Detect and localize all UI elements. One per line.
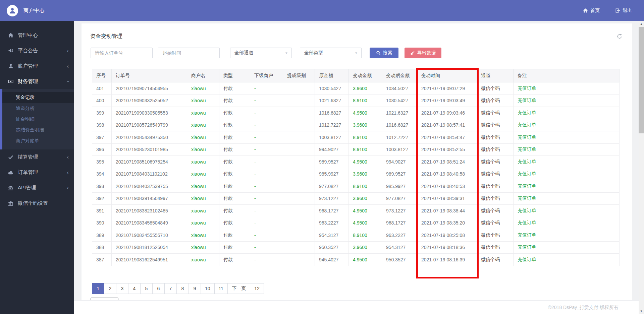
order-no-input[interactable] bbox=[91, 48, 153, 58]
home-link[interactable]: 首页 bbox=[583, 8, 600, 14]
table-row: 39420210719084031102102xiaowu付款-985.9927… bbox=[92, 168, 620, 180]
table-cell bbox=[283, 241, 315, 254]
table-cell: 2021-07-19 08:16:39 bbox=[417, 254, 477, 266]
avatar bbox=[7, 5, 18, 16]
sidebar-subitem-1[interactable]: 通道分析 bbox=[2, 103, 74, 114]
table-cell: 20210719084031102102 bbox=[112, 168, 187, 180]
scroll-up-arrow-icon[interactable]: ▲ bbox=[639, 21, 644, 27]
next-page-button[interactable]: 下一页 bbox=[227, 283, 250, 294]
logout-link[interactable]: 退出 bbox=[615, 8, 632, 14]
table-cell: 3.9600 bbox=[349, 119, 382, 131]
table-cell bbox=[283, 131, 315, 144]
table-cell: 付款 bbox=[219, 82, 250, 95]
column-header: 原金额 bbox=[315, 69, 349, 82]
table-cell: 充值订单 bbox=[514, 229, 620, 242]
table-cell: 954.3127 bbox=[382, 241, 417, 254]
table-cell: 充值订单 bbox=[514, 254, 620, 266]
content-panel: 资金变动管理 全部通道 ▼ 全部类型 ▼ 搜索 导出数据 序号订单号商户名类型下… bbox=[82, 23, 632, 300]
table-cell bbox=[283, 229, 315, 242]
table-cell: xiaowu bbox=[187, 143, 219, 156]
bank-icon bbox=[8, 185, 13, 191]
sidebar-item-0[interactable]: 管理中心 bbox=[0, 27, 74, 43]
table-cell: 8.9100 bbox=[349, 229, 382, 242]
table-cell: 4.9500 bbox=[349, 254, 382, 266]
table-cell: 充值订单 bbox=[514, 205, 620, 217]
table-row: 38820210719081812525054xiaowu付款-950.3527… bbox=[92, 241, 620, 254]
type-select-value: 全部类型 bbox=[304, 50, 323, 56]
table-cell: 1012.7227 bbox=[382, 131, 417, 144]
sidebar-item-6[interactable]: API管理‹ bbox=[0, 180, 74, 196]
page-title: 资金变动管理 bbox=[90, 33, 122, 40]
sidebar-item-label: 账户管理 bbox=[18, 63, 38, 69]
table-row: 39620210719085230101985xiaowu付款-994.9027… bbox=[92, 143, 620, 156]
page-button-11[interactable]: 11 bbox=[214, 283, 228, 294]
sidebar-subitem-0[interactable]: 资金记录 bbox=[2, 92, 74, 103]
table-cell: 1034.5027 bbox=[382, 82, 417, 95]
table-cell: 20210719081622549951 bbox=[112, 254, 187, 266]
table-cell: - bbox=[250, 168, 283, 180]
scroll-down-arrow-icon[interactable]: ▼ bbox=[639, 308, 644, 314]
page-size-select[interactable] bbox=[91, 298, 118, 300]
column-header: 提成级别 bbox=[283, 69, 315, 82]
table-cell: xiaowu bbox=[187, 82, 219, 95]
chevron-down-icon: ▼ bbox=[285, 52, 288, 55]
page-button-7[interactable]: 7 bbox=[164, 283, 177, 294]
sidebar-item-3[interactable]: 财务管理‹ bbox=[0, 74, 74, 89]
sidebar-subitem-4[interactable]: 商户对账单 bbox=[2, 136, 74, 146]
funds-table: 序号订单号商户名类型下级商户提成级别原金额变动金额变动后金额变动时间通道备注40… bbox=[92, 69, 620, 266]
table-cell: 付款 bbox=[219, 107, 250, 119]
page-button-5[interactable]: 5 bbox=[140, 283, 153, 294]
table-row: 39020210719083458504849xiaowu付款-963.2227… bbox=[92, 217, 620, 229]
table-cell: 付款 bbox=[219, 168, 250, 180]
column-header: 变动金额 bbox=[349, 69, 382, 82]
channel-select[interactable]: 全部通道 ▼ bbox=[230, 48, 292, 58]
chevron-left-icon: ‹ bbox=[67, 185, 69, 191]
search-button[interactable]: 搜索 bbox=[370, 48, 398, 58]
table-cell bbox=[283, 168, 315, 180]
refresh-icon[interactable] bbox=[616, 34, 623, 40]
table-row: 38720210719081622549951xiaowu付款-945.4027… bbox=[92, 254, 620, 266]
page-button-10[interactable]: 10 bbox=[201, 283, 215, 294]
column-header: 备注 bbox=[514, 69, 620, 82]
scrollbar[interactable]: ▲ ▼ bbox=[639, 21, 644, 314]
table-cell: 393 bbox=[92, 180, 112, 193]
export-button[interactable]: 导出数据 bbox=[405, 48, 441, 58]
page-button-3[interactable]: 3 bbox=[116, 283, 128, 294]
table-cell: 989.9527 bbox=[315, 156, 349, 168]
table-cell bbox=[283, 143, 315, 156]
main-content: 资金变动管理 全部通道 ▼ 全部类型 ▼ 搜索 导出数据 序号订单号商户名类型下… bbox=[74, 21, 639, 314]
table-cell: - bbox=[250, 217, 283, 229]
table-cell: 充值订单 bbox=[514, 95, 620, 107]
page-button-6[interactable]: 6 bbox=[152, 283, 165, 294]
sidebar-item-label: 微信个码设置 bbox=[18, 200, 48, 206]
table-cell: 2021-07-19 08:57:41 bbox=[417, 119, 477, 131]
logout-icon bbox=[615, 8, 620, 13]
sidebar-item-5[interactable]: 订单管理‹ bbox=[0, 165, 74, 180]
page-button-1[interactable]: 1 bbox=[92, 283, 104, 294]
page-button-4[interactable]: 4 bbox=[128, 283, 141, 294]
start-time-input[interactable] bbox=[158, 48, 220, 58]
page-button-9[interactable]: 9 bbox=[189, 283, 201, 294]
sidebar-item-2[interactable]: 账户管理‹ bbox=[0, 58, 74, 74]
sidebar-subitem-3[interactable]: 冻结资金明细 bbox=[2, 125, 74, 135]
sidebar-item-4[interactable]: 结算管理‹ bbox=[0, 149, 74, 165]
table-cell: 2021-07-19 08:40:58 bbox=[417, 168, 477, 180]
type-select[interactable]: 全部类型 ▼ bbox=[300, 48, 362, 58]
table-cell: 1021.6327 bbox=[382, 107, 417, 119]
sidebar-item-7[interactable]: 微信个码设置 bbox=[0, 196, 74, 211]
sidebar-subitem-2[interactable]: 证金明细 bbox=[2, 114, 74, 125]
table-cell: 20210719085434975350 bbox=[112, 131, 187, 144]
sidebar-item-label: 订单管理 bbox=[18, 169, 38, 176]
table-cell: 3.9600 bbox=[349, 241, 382, 254]
chevron-left-icon: ‹ bbox=[67, 48, 69, 54]
column-header: 变动时间 bbox=[417, 69, 477, 82]
page-button-2[interactable]: 2 bbox=[104, 283, 116, 294]
sidebar-item-1[interactable]: 平台公告‹ bbox=[0, 43, 74, 58]
table-cell: 20210719090332525052 bbox=[112, 95, 187, 107]
table-cell: 968.1727 bbox=[382, 217, 417, 229]
finance-icon bbox=[8, 79, 13, 84]
scrollbar-thumb[interactable] bbox=[639, 27, 644, 133]
table-cell: 微信个码 bbox=[477, 192, 514, 205]
page-button-8[interactable]: 8 bbox=[176, 283, 189, 294]
page-button-12[interactable]: 12 bbox=[250, 283, 264, 294]
